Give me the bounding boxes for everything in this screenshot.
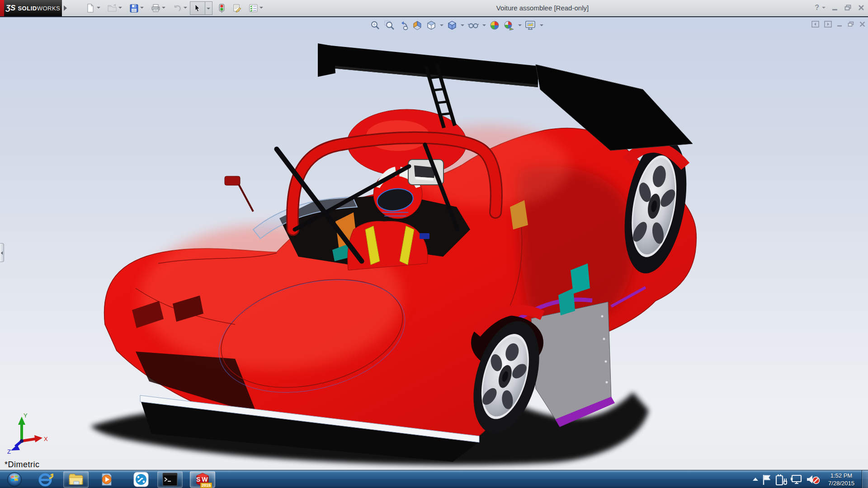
left-mirror-stalk (239, 184, 253, 211)
view-orientation-label: *Dimetric (5, 460, 40, 469)
taskbar: SW 2015 (0, 470, 868, 488)
options-checklist-icon (249, 4, 258, 13)
solidworks-logo[interactable]: ƷS SOLIDWORKS (4, 0, 62, 16)
action-center-icon[interactable] (760, 470, 774, 488)
restore-button[interactable] (844, 5, 852, 11)
rebuild-button[interactable] (216, 3, 227, 14)
command-prompt-icon (162, 472, 178, 487)
internet-explorer-button[interactable] (33, 471, 58, 488)
save-floppy-icon (130, 4, 138, 13)
show-hidden-icons-button[interactable] (750, 470, 760, 488)
undo-button[interactable] (172, 3, 183, 14)
open-dropdown-icon[interactable] (118, 7, 122, 9)
print-dropdown-icon[interactable] (162, 7, 165, 9)
options-dropdown-icon[interactable] (259, 7, 263, 9)
title-bar: ƷS SOLIDWORKS (0, 0, 868, 17)
taskbar-clock[interactable]: 1:52 PM 7/28/2015 (822, 472, 861, 487)
select-cursor-icon (194, 4, 201, 12)
help-dropdown-icon[interactable] (822, 7, 826, 9)
document-title: Voiture assomblee [Read-only] (496, 4, 589, 12)
car-model (0, 17, 868, 470)
power-icon[interactable] (774, 470, 789, 488)
clock-date: 7/28/2015 (822, 479, 861, 487)
open-folder-icon (107, 4, 117, 13)
media-player-icon (99, 472, 114, 487)
graphics-viewport[interactable]: Y X Z *Dimetric (0, 17, 868, 470)
reference-triad: Y X Z (5, 411, 51, 456)
options-button[interactable] (248, 3, 259, 14)
folder-icon (68, 472, 84, 487)
select-tool-button[interactable] (190, 1, 205, 15)
ds-logo-mark: ƷS (6, 4, 16, 13)
window-accent-stripe (0, 0, 4, 16)
menu-flyout-arrow-icon[interactable] (64, 5, 67, 11)
file-properties-icon (232, 4, 242, 13)
undo-dropdown-icon[interactable] (184, 7, 187, 9)
solidworks-window: ƷS SOLIDWORKS (0, 0, 868, 488)
new-document-button[interactable] (85, 3, 96, 14)
close-button[interactable] (858, 5, 864, 11)
file-explorer-button[interactable] (63, 471, 89, 488)
minimize-button[interactable] (832, 5, 838, 11)
harness-buckle (420, 233, 429, 239)
print-button[interactable] (150, 3, 161, 14)
logo-text-works: WORKS (37, 5, 61, 12)
triad-y-label: Y (24, 412, 28, 419)
media-player-button[interactable] (94, 471, 119, 488)
internet-explorer-icon (37, 472, 53, 487)
solidworks-version-badge: 2015 (200, 483, 212, 488)
save-dropdown-icon[interactable] (140, 7, 144, 9)
wing-endplate-left (318, 43, 335, 77)
select-dropdown-button[interactable] (205, 1, 212, 15)
rebuild-traffic-light-icon (219, 4, 225, 13)
solidworks-taskbar-button[interactable]: SW 2015 (190, 471, 215, 488)
start-button[interactable] (2, 471, 27, 488)
clock-time: 1:52 PM (822, 472, 861, 479)
new-dropdown-icon[interactable] (97, 7, 100, 9)
windows-start-icon (7, 472, 22, 487)
new-document-icon (86, 4, 95, 13)
command-prompt-button[interactable] (157, 471, 183, 488)
save-button[interactable] (128, 3, 139, 14)
triad-z-label: Z (7, 448, 11, 455)
logo-text-solid: SOLID (18, 5, 37, 12)
open-document-button[interactable] (107, 3, 118, 14)
network-icon[interactable] (789, 470, 805, 488)
help-button[interactable]: ? (815, 4, 819, 12)
utility-app-button[interactable] (128, 471, 154, 488)
undo-icon (173, 4, 182, 13)
system-tray (750, 470, 821, 488)
solidworks-letters: SW (196, 476, 209, 483)
file-properties-button[interactable] (231, 3, 242, 14)
select-dropdown-icon (207, 8, 210, 9)
triad-x-label: X (44, 436, 48, 442)
show-desktop-button[interactable] (862, 470, 868, 488)
left-mirror (225, 176, 240, 185)
utility-app-icon (133, 472, 149, 487)
printer-icon (151, 4, 160, 13)
volume-muted-icon[interactable] (805, 470, 821, 488)
